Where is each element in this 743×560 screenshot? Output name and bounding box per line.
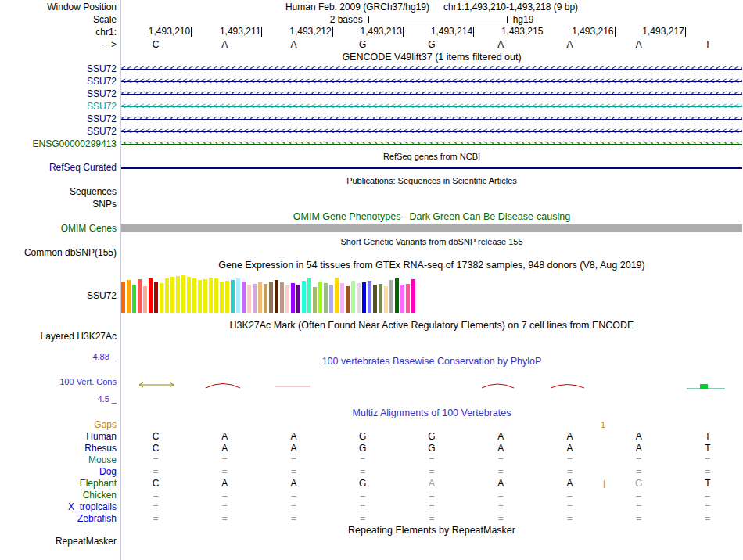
gtex-bar[interactable]: [236, 278, 240, 313]
cons-track-label[interactable]: 100 Vert. Cons: [0, 376, 117, 387]
gtex-bar[interactable]: [329, 285, 333, 313]
multiz-base: G: [328, 431, 397, 442]
gtex-bar[interactable]: [362, 282, 366, 313]
gtex-bar[interactable]: [220, 282, 224, 313]
gtex-bar[interactable]: [346, 286, 350, 313]
multiz-base: A: [466, 431, 535, 442]
gtex-bar[interactable]: [209, 278, 213, 313]
snps-label[interactable]: SNPs: [0, 199, 117, 210]
multiz-base: =: [259, 490, 328, 501]
gene-strand-arrows[interactable]: <<<<<<<<<<<<<<<<<<<<<<<<<<<<<<<<<<<<<<<<…: [121, 126, 742, 137]
gtex-bar[interactable]: [170, 277, 174, 313]
gtex-bar[interactable]: [253, 284, 257, 313]
gtex-bar[interactable]: [264, 284, 267, 313]
gtex-bar[interactable]: [181, 275, 185, 313]
gene-label[interactable]: SSU72: [0, 101, 117, 112]
gtex-bar[interactable]: [384, 286, 388, 313]
gtex-bar[interactable]: [247, 285, 251, 313]
gene-label[interactable]: SSU72: [0, 76, 117, 87]
gtex-bar[interactable]: [225, 281, 229, 313]
species-label[interactable]: Chicken: [0, 490, 117, 501]
gtex-bar[interactable]: [285, 285, 289, 313]
gtex-bar[interactable]: [187, 277, 191, 313]
gtex-bar[interactable]: [214, 278, 218, 313]
gene-strand-arrows[interactable]: <<<<<<<<<<<<<<<<<<<<<<<<<<<<<<<<<<<<<<<<…: [121, 63, 742, 74]
species-label[interactable]: Dog: [0, 466, 117, 477]
gtex-bar[interactable]: [275, 280, 278, 313]
gtex-bar[interactable]: [307, 278, 311, 313]
gene-strand-arrows[interactable]: <<<<<<<<<<<<<<<<<<<<<<<<<<<<<<<<<<<<<<<<…: [121, 88, 742, 99]
gene-strand-arrows[interactable]: <<<<<<<<<<<<<<<<<<<<<<<<<<<<<<<<<<<<<<<<…: [121, 113, 742, 124]
refseq-gene-line[interactable]: [121, 167, 742, 169]
gene-label[interactable]: SSU72: [0, 63, 117, 74]
gtex-bar[interactable]: [335, 278, 339, 313]
refseq-curated-label[interactable]: RefSeq Curated: [0, 162, 117, 173]
species-label[interactable]: Gaps: [0, 419, 117, 430]
gtex-bar[interactable]: [160, 283, 163, 313]
gene-label[interactable]: SSU72: [0, 88, 117, 99]
gtex-bar[interactable]: [389, 280, 393, 313]
gtex-bar[interactable]: [258, 282, 262, 313]
gtex-bar[interactable]: [296, 285, 300, 313]
species-label[interactable]: Elephant: [0, 478, 117, 489]
gtex-bar[interactable]: [400, 285, 404, 313]
gtex-bar[interactable]: [368, 281, 372, 313]
repeatmasker-label[interactable]: RepeatMasker: [0, 536, 117, 547]
gtex-bar[interactable]: [373, 285, 377, 313]
gtex-bar[interactable]: [340, 283, 344, 313]
gtex-bar[interactable]: [121, 282, 125, 313]
gtex-bar[interactable]: [302, 281, 306, 313]
species-label[interactable]: Mouse: [0, 454, 117, 465]
gtex-bar[interactable]: [149, 278, 153, 313]
species-label[interactable]: Zebrafish: [0, 513, 117, 524]
gtex-gene-label[interactable]: SSU72: [0, 290, 117, 301]
gtex-bar[interactable]: [406, 284, 410, 313]
gtex-title-row: Gene Expression in 54 tissues from GTEx …: [0, 260, 743, 271]
gene-strand-arrows[interactable]: <<<<<<<<<<<<<<<<<<<<<<<<<<<<<<<<<<<<<<<<…: [121, 76, 742, 87]
gtex-bar[interactable]: [192, 278, 196, 313]
gtex-bar[interactable]: [280, 282, 284, 313]
h3k27ac-label[interactable]: Layered H3K27Ac: [0, 331, 117, 342]
species-label[interactable]: X_tropicalis: [0, 501, 117, 512]
gtex-bar[interactable]: [176, 276, 180, 313]
gtex-bar[interactable]: [127, 280, 131, 313]
gtex-bar[interactable]: [154, 282, 158, 313]
multiz-cells: =========: [121, 490, 742, 501]
gtex-bar[interactable]: [198, 280, 202, 313]
gtex-bar[interactable]: [351, 281, 355, 313]
sequences-label[interactable]: Sequences: [0, 186, 117, 197]
gene-label[interactable]: SSU72: [0, 126, 117, 137]
species-label[interactable]: Rhesus: [0, 443, 117, 454]
gene-strand-arrows[interactable]: <<<<<<<<<<<<<<<<<<<<<<<<<<<<<<<<<<<<<<<<…: [121, 101, 742, 112]
gtex-bar[interactable]: [379, 284, 382, 313]
species-label[interactable]: Human: [0, 431, 117, 442]
gtex-bar[interactable]: [357, 283, 361, 313]
gtex-bar[interactable]: [138, 279, 142, 313]
gtex-bar[interactable]: [313, 287, 317, 313]
gtex-bar[interactable]: [231, 280, 235, 313]
multiz-base: =: [328, 454, 397, 465]
gtex-bar[interactable]: [324, 283, 328, 313]
dbsnp-label[interactable]: Common dbSNP(155): [0, 247, 117, 258]
gtex-bar[interactable]: [269, 282, 273, 313]
omim-genes-label[interactable]: OMIM Genes: [0, 223, 117, 234]
coordinates-row: chr1: 1,493,2101,493,2111,493,2121,493,2…: [0, 27, 743, 38]
multiz-base: =: [328, 501, 397, 512]
multiz-base: =: [328, 466, 397, 477]
gtex-bar[interactable]: [318, 282, 322, 313]
gtex-bar[interactable]: [291, 283, 295, 313]
gtex-bar[interactable]: [143, 286, 147, 313]
multiz-base: A: [535, 478, 604, 489]
gene-strand-arrows[interactable]: >>>>>>>>>>>>>>>>>>>>>>>>>>>>>>>>>>>>>>>>…: [121, 138, 742, 149]
gene-label[interactable]: SSU72: [0, 113, 117, 124]
gtex-bar[interactable]: [165, 278, 169, 313]
gtex-bar[interactable]: [132, 285, 136, 313]
gtex-bar[interactable]: [411, 279, 415, 313]
gene-label[interactable]: ENSG00000299413: [0, 138, 117, 149]
gtex-bar[interactable]: [203, 279, 207, 313]
gtex-bar[interactable]: [395, 278, 399, 313]
omim-gene-bar[interactable]: [121, 224, 742, 232]
multiz-base: =: [605, 454, 673, 465]
gene-row: SSU72<<<<<<<<<<<<<<<<<<<<<<<<<<<<<<<<<<<…: [0, 101, 743, 112]
gtex-bar[interactable]: [242, 282, 246, 313]
